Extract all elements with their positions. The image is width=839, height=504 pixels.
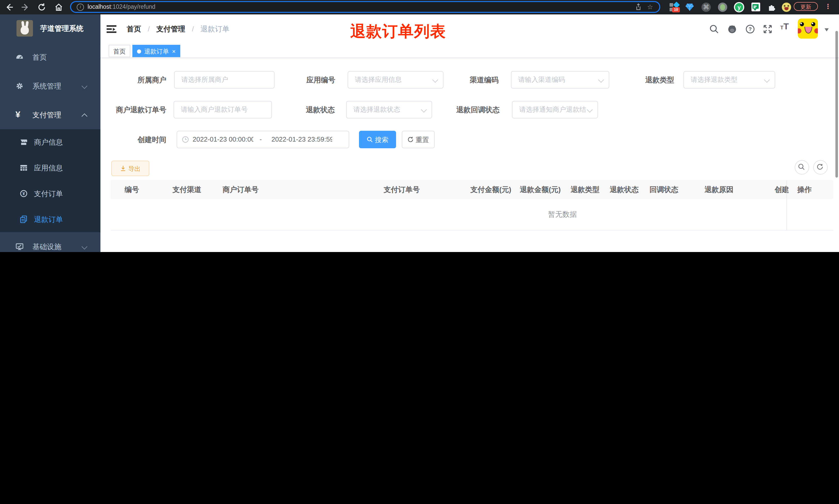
- url-bar[interactable]: i localhost:1024/pay/refund ☆: [70, 1, 660, 13]
- col-merchant-order-no: 商户订单号: [222, 180, 258, 199]
- reset-button[interactable]: 重置: [402, 131, 435, 148]
- fullscreen-icon[interactable]: [763, 24, 772, 34]
- merchant-refund-no-input[interactable]: 请输入商户退款订单号: [174, 101, 272, 119]
- col-refund-status: 退款状态: [610, 180, 639, 199]
- store-icon: [20, 138, 28, 146]
- col-pay-order-no: 支付订单号: [384, 180, 420, 199]
- export-button[interactable]: 导出: [111, 161, 149, 176]
- col-refund-type: 退款类型: [571, 180, 600, 199]
- scrollbar-thumb[interactable]: [835, 31, 838, 178]
- extension-command-icon[interactable]: ⌘: [701, 3, 711, 12]
- sidebar-item-refund-order[interactable]: 退款订单: [0, 206, 101, 232]
- empty-text: 暂无数据: [511, 199, 614, 230]
- extension-diamond-icon[interactable]: [685, 3, 694, 12]
- extension-gray-circle-icon[interactable]: [718, 3, 727, 12]
- tags-view-bar: 首页 退款订单×: [101, 44, 839, 58]
- breadcrumb: 首页 / 支付管理 / 退款订单: [127, 14, 229, 44]
- sidebar-item-app-info[interactable]: 应用信息: [0, 155, 101, 181]
- home-icon[interactable]: [54, 3, 64, 12]
- app-select[interactable]: 请选择应用信息: [347, 71, 444, 89]
- range-separator: -: [260, 131, 265, 148]
- search-icon[interactable]: [709, 24, 719, 34]
- toggle-search-button[interactable]: [795, 160, 809, 175]
- grid-table-icon: [20, 164, 28, 172]
- page-title-annotation: 退款订单列表: [350, 21, 446, 42]
- profile-avatar-icon[interactable]: [782, 3, 791, 12]
- select-arrow-icon: [764, 77, 770, 83]
- select-arrow-icon: [598, 77, 604, 83]
- label-refund-type: 退款类型: [623, 71, 674, 89]
- label-create-time: 创建时间: [115, 131, 166, 148]
- user-avatar[interactable]: [798, 19, 818, 39]
- tab-refund-order[interactable]: 退款订单×: [132, 45, 180, 57]
- extension-chat-icon[interactable]: [751, 3, 761, 12]
- breadcrumb-payment[interactable]: 支付管理: [156, 25, 185, 33]
- dashboard-icon: [15, 53, 24, 61]
- extension-grid-icon[interactable]: 10: [670, 3, 679, 12]
- font-size-icon[interactable]: TT: [780, 22, 789, 32]
- refund-type-select[interactable]: 请选择退款类型: [683, 71, 775, 89]
- url-text: localhost:1024/pay/refund: [88, 2, 155, 12]
- sidebar-item-infra[interactable]: 基础设施: [0, 232, 101, 252]
- label-channel: 渠道编码: [447, 71, 499, 89]
- col-refund-amount: 退款金额(元): [520, 180, 561, 199]
- sidebar-item-home[interactable]: 首页: [0, 43, 101, 72]
- search-button[interactable]: 搜索: [359, 131, 396, 148]
- monitor-icon: [15, 242, 24, 251]
- reload-icon[interactable]: [37, 3, 46, 12]
- sidebar-item-pay-order[interactable]: ¥ 支付订单: [0, 181, 101, 206]
- tab-close-icon[interactable]: ×: [172, 48, 176, 55]
- bookmark-star-icon[interactable]: ☆: [647, 3, 653, 11]
- github-icon[interactable]: [727, 24, 737, 34]
- col-actions: 操作: [797, 180, 812, 199]
- screen: i localhost:1024/pay/refund ☆ 10 ⌘ y: [0, 0, 839, 252]
- url-path: :1024/pay/refund: [111, 4, 156, 10]
- extension-yuque-icon[interactable]: y: [734, 3, 744, 12]
- create-time-range-picker[interactable]: 2022-01-23 00:00:00 - 2022-01-23 23:59:5…: [177, 131, 349, 148]
- share-icon[interactable]: [635, 3, 642, 11]
- user-caret-down-icon[interactable]: [825, 28, 829, 34]
- chevron-down-icon: [82, 83, 88, 89]
- help-icon[interactable]: ?: [745, 24, 755, 34]
- label-merchant-refund-no: 商户退款订单号: [112, 101, 166, 119]
- url-host: localhost: [88, 4, 111, 10]
- channel-select[interactable]: 请输入渠道编码: [511, 71, 609, 89]
- merchant-input[interactable]: 请选择所属商户: [174, 71, 274, 89]
- back-icon[interactable]: [5, 3, 14, 12]
- range-start-value: 2022-01-23 00:00:00: [193, 131, 253, 148]
- info-icon[interactable]: i: [77, 4, 84, 11]
- pay-order-icon: ¥: [20, 190, 28, 198]
- refund-doc-icon: [20, 215, 28, 223]
- col-callback-status: 回调状态: [649, 180, 678, 199]
- forward-icon[interactable]: [21, 3, 30, 12]
- refund-status-select[interactable]: 请选择退款状态: [346, 101, 432, 119]
- range-end-value: 2022-01-23 23:59:59: [271, 131, 332, 148]
- svg-text:¥: ¥: [22, 191, 25, 196]
- extension-puzzle-icon[interactable]: [767, 3, 777, 12]
- col-pay-amount: 支付金额(元): [470, 180, 512, 199]
- notify-status-select[interactable]: 请选择通知商户退款结果: [512, 101, 598, 119]
- refresh-button[interactable]: [813, 160, 828, 175]
- chevron-up-icon: [82, 113, 88, 120]
- logo-rabbit-icon: [17, 20, 33, 37]
- col-pay-channel: 支付渠道: [173, 180, 201, 199]
- browser-toolbar: i localhost:1024/pay/refund ☆ 10 ⌘ y: [0, 0, 839, 14]
- sidebar-item-payment[interactable]: ¥ 支付管理: [0, 101, 101, 129]
- sidebar-logo[interactable]: 芋道管理系统: [0, 14, 101, 43]
- update-button[interactable]: 更新: [794, 2, 818, 11]
- payment-submenu: 商户信息 应用信息 ¥ 支付订单 退款订单: [0, 129, 101, 232]
- hamburger-icon[interactable]: [107, 25, 117, 33]
- label-refund-status: 退款状态: [283, 101, 335, 119]
- browser-menu-icon[interactable]: ⋮: [825, 2, 831, 12]
- fixed-column-divider: [786, 180, 787, 230]
- sidebar-item-merchant-info[interactable]: 商户信息: [0, 129, 101, 155]
- label-app: 应用编号: [284, 71, 335, 89]
- gear-icon: [15, 82, 24, 90]
- label-notify-status: 退款回调状态: [448, 101, 500, 119]
- tab-home[interactable]: 首页: [109, 45, 130, 57]
- app-title: 芋道管理系统: [40, 14, 84, 43]
- col-refund-reason: 退款原因: [704, 180, 733, 199]
- chevron-down-icon: [82, 244, 88, 250]
- sidebar-item-system[interactable]: 系统管理: [0, 72, 101, 101]
- breadcrumb-home[interactable]: 首页: [127, 25, 141, 33]
